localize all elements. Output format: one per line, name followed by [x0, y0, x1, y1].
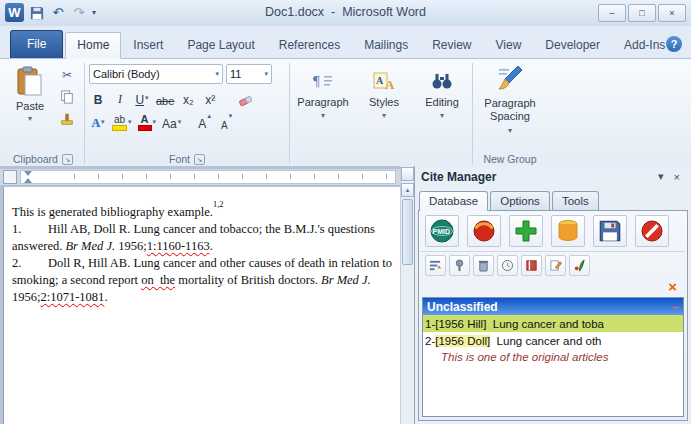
- subscript-button[interactable]: x₂: [179, 89, 197, 107]
- add-reference-button[interactable]: [509, 215, 543, 247]
- tab-file[interactable]: File: [10, 30, 63, 58]
- tab-page-layout[interactable]: Page Layout: [175, 32, 266, 58]
- citation-superscript[interactable]: 1,2: [213, 199, 224, 209]
- save-database-button[interactable]: [593, 215, 627, 247]
- document-page[interactable]: This is generated bibliography example.1…: [3, 187, 400, 424]
- shrink-font-button[interactable]: A▼: [218, 113, 236, 131]
- bold-button[interactable]: B: [89, 89, 107, 107]
- text-effects-dropdown-icon[interactable]: ▾: [101, 118, 105, 126]
- tab-database[interactable]: Database: [419, 191, 488, 211]
- paste-icon: [17, 66, 43, 98]
- horizontal-ruler[interactable]: [0, 169, 400, 185]
- workspace: This is generated bibliography example.1…: [0, 166, 691, 424]
- font-name-dropdown-icon[interactable]: ▾: [212, 70, 219, 78]
- font-color-button[interactable]: A▾: [137, 113, 158, 131]
- highlight-button[interactable]: ab▾: [111, 113, 133, 131]
- clear-selection-icon[interactable]: ×: [668, 280, 677, 294]
- pin-icon[interactable]: [449, 255, 470, 276]
- minimize-button[interactable]: –: [598, 4, 626, 22]
- grow-font-button[interactable]: A▲: [196, 113, 214, 131]
- grow-font-letter: A: [198, 117, 206, 131]
- book-icon[interactable]: [521, 255, 542, 276]
- tab-selector-icon[interactable]: [3, 170, 17, 184]
- italic-button[interactable]: I: [111, 89, 129, 107]
- font-color-dropdown-icon[interactable]: ▾: [153, 118, 157, 126]
- close-button[interactable]: ×: [658, 4, 686, 22]
- tab-insert[interactable]: Insert: [121, 32, 175, 58]
- clock-icon[interactable]: [497, 255, 518, 276]
- restore-button[interactable]: □: [628, 4, 656, 22]
- editing-label: Editing: [425, 96, 459, 108]
- tab-view[interactable]: View: [484, 32, 534, 58]
- view-ruler-toggle[interactable]: [401, 167, 414, 181]
- vertical-scrollbar[interactable]: ▲: [400, 166, 414, 424]
- styles-collapsed-button[interactable]: AA Styles ▾: [360, 62, 408, 154]
- stack-icon[interactable]: [425, 255, 446, 276]
- styles-label: Styles: [369, 96, 399, 108]
- paragraph-collapsed-button[interactable]: ¶ Paragraph ▾: [294, 62, 352, 154]
- clipboard-small-buttons: ✂: [54, 62, 80, 132]
- format-painter-icon[interactable]: [56, 110, 78, 128]
- tab-review[interactable]: Review: [420, 32, 483, 58]
- font-size-value: 11: [230, 68, 261, 80]
- block-button[interactable]: [635, 215, 669, 247]
- tab-references[interactable]: References: [267, 32, 352, 58]
- paragraph-spacing-button[interactable]: Paragraph Spacing ▾: [477, 62, 543, 149]
- scroll-up-icon[interactable]: ▲: [401, 183, 414, 197]
- superscript-button[interactable]: x²: [201, 89, 219, 107]
- help-icon[interactable]: ?: [666, 36, 682, 52]
- pane-menu-icon[interactable]: ▾: [653, 170, 669, 183]
- clipboard-dialog-launcher[interactable]: ↘: [62, 154, 73, 165]
- list-item[interactable]: 1-[1956 Hill] Lung cancer and toba: [423, 315, 683, 332]
- import-button[interactable]: [467, 215, 501, 247]
- collapse-group-icon[interactable]: –: [672, 302, 679, 312]
- paste-button[interactable]: Paste ▾: [6, 62, 54, 151]
- clipboard-group-label-text: Clipboard: [13, 153, 58, 165]
- document-area: This is generated bibliography example.1…: [0, 166, 400, 424]
- font-size-dropdown-icon[interactable]: ▾: [261, 70, 268, 78]
- list-item[interactable]: 2-[1956 Doll] Lung cancer and oth: [423, 332, 683, 349]
- scrollbar-thumb[interactable]: [402, 199, 413, 265]
- shrink-font-icon: ▼: [228, 113, 234, 119]
- underline-button[interactable]: U▾: [133, 89, 151, 107]
- font-dialog-launcher[interactable]: ↘: [194, 154, 205, 165]
- highlight-dropdown-icon[interactable]: ▾: [128, 118, 132, 126]
- text-effects-button[interactable]: A▾: [89, 113, 107, 131]
- tab-options[interactable]: Options: [490, 191, 550, 210]
- jar-icon: [557, 219, 579, 243]
- pmid-search-button[interactable]: PMID: [425, 215, 459, 247]
- pane-close-icon[interactable]: ×: [669, 171, 685, 183]
- tab-home[interactable]: Home: [65, 32, 121, 59]
- svg-text:A: A: [385, 77, 395, 91]
- export-button[interactable]: [551, 215, 585, 247]
- trash-icon[interactable]: [473, 255, 494, 276]
- hanging-indent-marker[interactable]: [24, 178, 32, 183]
- leaf-icon[interactable]: [569, 255, 590, 276]
- window-title: Doc1.docx - Microsoft Word: [0, 5, 691, 19]
- tab-tools[interactable]: Tools: [552, 191, 599, 210]
- change-case-dropdown-icon[interactable]: ▾: [178, 118, 182, 126]
- font-color-bar: [138, 125, 152, 131]
- clear-formatting-button[interactable]: [237, 89, 255, 107]
- strikethrough-button[interactable]: abe: [155, 89, 175, 107]
- copy-icon[interactable]: [56, 88, 78, 106]
- edit-note-icon[interactable]: [545, 255, 566, 276]
- first-line-indent-marker[interactable]: [24, 171, 32, 176]
- font-size-combobox[interactable]: 11 ▾: [226, 64, 272, 84]
- font-name-combobox[interactable]: Calibri (Body) ▾: [89, 64, 223, 84]
- underline-dropdown-icon[interactable]: ▾: [145, 94, 149, 102]
- ribbon: Paste ▾ ✂ Clipboard ↘: [0, 58, 691, 168]
- tab-mailings[interactable]: Mailings: [352, 32, 420, 58]
- tab-developer[interactable]: Developer: [533, 32, 612, 58]
- cite-clear-row: ×: [421, 279, 685, 296]
- cut-icon[interactable]: ✂: [56, 66, 78, 84]
- item-prefix: 1-: [425, 318, 435, 330]
- list-group-header[interactable]: Unclassified –: [423, 298, 683, 315]
- intro-paragraph: This is generated bibliography example.1…: [12, 200, 392, 221]
- reference-list[interactable]: Unclassified – 1-[1956 Hill] Lung cancer…: [422, 297, 684, 417]
- new-group-label-text: New Group: [483, 153, 536, 165]
- reference-2-grammar-check: on the: [141, 273, 175, 287]
- editing-collapsed-button[interactable]: Editing ▾: [416, 62, 468, 154]
- change-case-button[interactable]: Aa▾: [161, 113, 182, 131]
- reference-2: 2.Doll R, Hill AB. Lung cancer and other…: [12, 255, 392, 306]
